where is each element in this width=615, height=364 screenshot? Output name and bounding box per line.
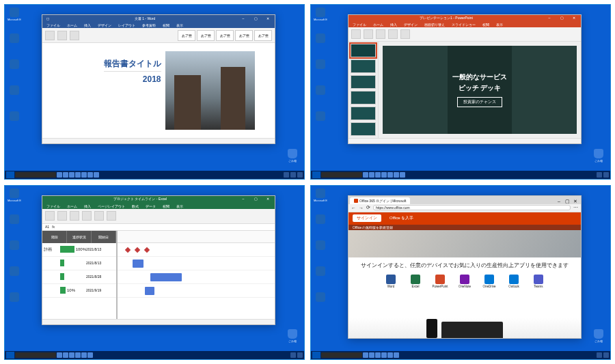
recycle-bin[interactable]: ごみ箱 bbox=[591, 149, 606, 163]
desktop-icon[interactable] bbox=[314, 266, 327, 284]
taskbar-app[interactable] bbox=[87, 172, 93, 178]
taskbar-app[interactable] bbox=[394, 352, 399, 358]
doc-title[interactable]: 報告書タイトル bbox=[104, 58, 161, 72]
tab-review[interactable]: 校閲 bbox=[481, 22, 491, 27]
shapes-group[interactable] bbox=[400, 29, 410, 39]
banner[interactable]: Office の無料版を新規登録 bbox=[348, 225, 581, 230]
tab-home[interactable]: ホーム bbox=[66, 23, 79, 28]
desktop-icon-edge[interactable]: Microsoft Edge bbox=[314, 188, 327, 206]
address-bar[interactable]: https://www.office.com bbox=[373, 205, 571, 210]
recycle-bin[interactable]: ごみ箱 bbox=[285, 329, 300, 343]
maximize-button[interactable]: ▢ bbox=[251, 196, 260, 201]
taskbar-app[interactable] bbox=[57, 352, 62, 358]
table-row[interactable]: 2021/8/28 bbox=[42, 270, 116, 284]
paste-button[interactable] bbox=[45, 31, 55, 40]
thumbnail-1[interactable] bbox=[351, 44, 376, 57]
thumbnail-3[interactable] bbox=[351, 75, 376, 89]
tab-formulas[interactable]: 数式 bbox=[131, 204, 140, 209]
tray-icon[interactable] bbox=[603, 172, 609, 178]
col-header[interactable]: 階段 bbox=[42, 231, 67, 243]
app-word[interactable]: Word bbox=[383, 275, 399, 288]
taskbar-app[interactable] bbox=[63, 352, 68, 358]
forward-button[interactable]: → bbox=[359, 206, 364, 210]
taskbar-search[interactable] bbox=[321, 352, 362, 358]
app-onedrive[interactable]: OneDrive bbox=[481, 275, 497, 288]
desktop-icon[interactable] bbox=[8, 240, 21, 258]
paragraph-group[interactable] bbox=[388, 29, 398, 39]
thumbnail-4[interactable] bbox=[351, 91, 376, 104]
paste-button[interactable] bbox=[351, 29, 361, 39]
tab-slideshow[interactable]: スライドショー bbox=[450, 22, 477, 27]
taskbar-app[interactable] bbox=[381, 352, 387, 358]
formula-bar[interactable]: A1fx bbox=[42, 224, 275, 231]
taskbar-app[interactable] bbox=[387, 352, 393, 358]
desktop-icon[interactable] bbox=[8, 111, 21, 129]
desktop-icon[interactable] bbox=[314, 214, 327, 232]
taskbar-app[interactable] bbox=[75, 352, 81, 358]
tab-references[interactable]: 参考資料 bbox=[141, 23, 157, 28]
tray-icon[interactable] bbox=[297, 352, 303, 358]
table-row[interactable]: 計画 100% 2021/8/13 bbox=[42, 243, 116, 257]
minimize-button[interactable]: – bbox=[545, 15, 554, 20]
thumbnail-5[interactable] bbox=[351, 107, 376, 120]
desktop-icon[interactable] bbox=[8, 85, 21, 103]
taskbar-app[interactable] bbox=[375, 172, 381, 178]
cells-group[interactable] bbox=[107, 211, 116, 221]
col-header[interactable]: 開始日 bbox=[92, 231, 116, 243]
slide-subtitle[interactable]: 投資家のチャンス bbox=[457, 97, 502, 107]
qat[interactable]: ◻ bbox=[45, 16, 51, 21]
taskbar-app[interactable] bbox=[381, 172, 387, 178]
tab-layout[interactable]: ページレイアウト bbox=[96, 204, 126, 209]
col-header[interactable]: 進捗状況 bbox=[67, 231, 92, 243]
close-button[interactable]: ✕ bbox=[264, 16, 272, 21]
desktop-icon[interactable] bbox=[8, 59, 21, 77]
maximize-button[interactable]: ▢ bbox=[563, 199, 571, 204]
taskbar-app[interactable] bbox=[81, 352, 87, 358]
desktop-icon[interactable] bbox=[8, 214, 21, 232]
desktop-icon-edge[interactable]: Microsoft Edge bbox=[8, 188, 21, 206]
tab-design[interactable]: デザイン bbox=[96, 23, 113, 28]
back-button[interactable]: ← bbox=[351, 206, 356, 210]
taskbar-app[interactable] bbox=[369, 172, 374, 178]
word-window[interactable]: ◻ 文書 1 - Word – ▢ ✕ ファイル ホーム 挿入 デザイン レイア… bbox=[42, 14, 275, 144]
thumbnail-6[interactable] bbox=[351, 122, 376, 136]
recycle-bin[interactable]: ごみ箱 bbox=[285, 149, 300, 163]
buy-tab[interactable]: Office を入手 bbox=[385, 214, 418, 222]
app-onenote[interactable]: OneNote bbox=[456, 275, 473, 288]
new-slide-button[interactable] bbox=[364, 29, 373, 39]
taskbar-app[interactable] bbox=[57, 172, 62, 178]
desktop-icon[interactable] bbox=[314, 240, 327, 258]
app-powerpoint[interactable]: PowerPoint bbox=[432, 275, 448, 288]
minimize-button[interactable]: – bbox=[555, 199, 563, 204]
alignment-group[interactable] bbox=[70, 211, 79, 221]
close-button[interactable]: ✕ bbox=[571, 199, 579, 204]
paste-button[interactable] bbox=[45, 211, 55, 221]
desktop-icon[interactable] bbox=[314, 33, 327, 51]
taskbar-app[interactable] bbox=[87, 352, 93, 358]
tray-icon[interactable] bbox=[290, 172, 296, 178]
start-button[interactable] bbox=[312, 171, 320, 178]
taskbar-app[interactable] bbox=[75, 172, 81, 178]
thumbnail-2[interactable] bbox=[351, 59, 376, 73]
taskbar-app[interactable] bbox=[394, 172, 399, 178]
taskbar-app[interactable] bbox=[387, 172, 393, 178]
tray-icon[interactable] bbox=[284, 172, 289, 178]
font-group[interactable] bbox=[57, 31, 67, 40]
start-button[interactable] bbox=[6, 171, 14, 178]
tray-icon[interactable] bbox=[597, 172, 602, 178]
maximize-button[interactable]: ▢ bbox=[558, 15, 566, 20]
app-excel[interactable]: Excel bbox=[407, 275, 424, 288]
taskbar-search[interactable] bbox=[15, 352, 56, 358]
desktop-icon[interactable] bbox=[8, 33, 21, 51]
desktop-icon[interactable] bbox=[314, 111, 327, 129]
tab-design[interactable]: デザイン bbox=[402, 22, 419, 27]
tab-layout[interactable]: レイアウト bbox=[117, 23, 137, 28]
desktop-icon-edge[interactable]: Microsoft Edge bbox=[314, 8, 327, 25]
excel-window[interactable]: プロジェクト タイムライン - Excel – ▢ ✕ ファイル ホーム 挿入 … bbox=[42, 195, 275, 325]
tray-icon[interactable] bbox=[603, 352, 609, 358]
tab-insert[interactable]: 挿入 bbox=[83, 204, 92, 209]
tab-file[interactable]: ファイル bbox=[351, 22, 368, 27]
tab-view[interactable]: 表示 bbox=[495, 22, 504, 27]
tab-view[interactable]: 表示 bbox=[175, 23, 184, 28]
tab-insert[interactable]: 挿入 bbox=[389, 22, 398, 27]
